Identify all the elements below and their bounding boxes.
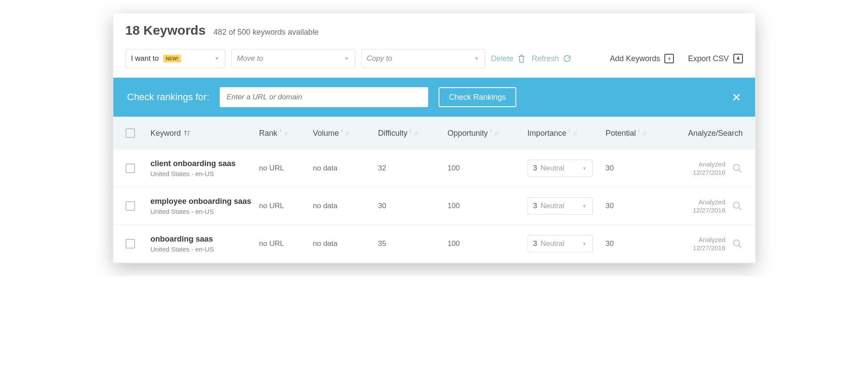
importance-dropdown[interactable]: 3 Neutral ▼ xyxy=(528,197,593,215)
column-importance[interactable]: Importance i ↓↑ xyxy=(528,129,606,138)
chevron-down-icon: ▼ xyxy=(582,166,587,171)
svg-point-1 xyxy=(733,202,739,208)
info-icon: i xyxy=(569,128,570,133)
check-rankings-button[interactable]: Check Rankings xyxy=(439,87,516,107)
analyzed-info: Analyzed 12/27/2016 xyxy=(693,236,725,252)
add-keywords-button[interactable]: Add Keywords + xyxy=(610,54,674,63)
info-icon: i xyxy=(410,128,411,133)
refresh-icon xyxy=(563,54,571,63)
volume-value: no data xyxy=(313,202,378,210)
opportunity-value: 100 xyxy=(448,164,528,173)
column-rank-label: Rank xyxy=(259,129,277,138)
export-csv-button[interactable]: Export CSV xyxy=(688,54,743,63)
close-banner-button[interactable] xyxy=(732,92,741,102)
importance-label: Neutral xyxy=(541,202,564,210)
potential-value: 30 xyxy=(606,202,675,210)
column-opportunity-label: Opportunity xyxy=(448,129,488,138)
keyword-locale: United States - en-US xyxy=(151,245,259,253)
importance-value: 3 xyxy=(533,239,537,248)
trash-icon xyxy=(517,54,526,63)
keywords-panel: 18 Keywords 482 of 500 keywords availabl… xyxy=(113,13,756,263)
table-header: Keyword Rank i ↓↑ Volume i ↓↑ Difficulty… xyxy=(113,117,755,150)
url-domain-input[interactable] xyxy=(220,87,428,107)
analyzed-info: Analyzed 12/27/2016 xyxy=(693,198,725,215)
keyword-name: client onboarding saas xyxy=(151,159,259,168)
info-icon: i xyxy=(639,128,640,133)
volume-value: no data xyxy=(313,239,378,248)
copy-to-label: Copy to xyxy=(367,54,393,63)
keyword-locale: United States - en-US xyxy=(151,170,259,177)
page-title: 18 Keywords xyxy=(125,23,206,38)
keyword-count: 18 xyxy=(125,23,140,37)
column-volume-label: Volume xyxy=(313,129,339,138)
svg-point-2 xyxy=(733,240,739,246)
column-importance-label: Importance xyxy=(528,129,567,138)
analyzed-label: Analyzed xyxy=(693,236,725,244)
chevron-down-icon: ▼ xyxy=(344,56,350,62)
add-keywords-label: Add Keywords xyxy=(610,54,660,63)
column-keyword[interactable]: Keyword xyxy=(151,129,259,138)
search-icon xyxy=(732,238,743,249)
move-to-label: Move to xyxy=(237,54,263,63)
table-body: client onboarding saas United States - e… xyxy=(113,150,755,263)
info-icon: i xyxy=(342,128,343,133)
sort-icon: ↓↑ xyxy=(494,130,498,137)
refresh-button[interactable]: Refresh xyxy=(532,54,571,63)
importance-dropdown[interactable]: 3 Neutral ▼ xyxy=(528,235,593,252)
keyword-name: employee onboarding saas xyxy=(151,197,259,206)
chevron-down-icon: ▼ xyxy=(474,56,479,62)
close-icon xyxy=(732,92,741,102)
row-checkbox[interactable] xyxy=(125,164,135,173)
difficulty-value: 30 xyxy=(378,202,448,210)
difficulty-value: 32 xyxy=(378,164,448,173)
check-rankings-banner: Check rankings for: Check Rankings xyxy=(113,78,755,117)
i-want-to-dropdown[interactable]: I want to NEW! ▼ xyxy=(125,49,225,68)
potential-value: 30 xyxy=(606,239,675,248)
move-to-dropdown[interactable]: Move to ▼ xyxy=(231,49,355,68)
delete-button[interactable]: Delete xyxy=(491,54,526,63)
toolbar: I want to NEW! ▼ Move to ▼ Copy to ▼ Del… xyxy=(113,41,755,78)
search-button[interactable] xyxy=(732,238,743,249)
sort-icon: ↓↑ xyxy=(345,130,349,137)
column-opportunity[interactable]: Opportunity i ↓↑ xyxy=(448,129,528,138)
column-potential-label: Potential xyxy=(606,129,636,138)
column-potential[interactable]: Potential i ↓↑ xyxy=(606,129,675,138)
analyzed-label: Analyzed xyxy=(693,160,725,169)
search-button[interactable] xyxy=(732,163,743,174)
importance-label: Neutral xyxy=(541,164,564,173)
importance-dropdown[interactable]: 3 Neutral ▼ xyxy=(528,160,593,177)
sort-icon: ↓↑ xyxy=(573,130,576,137)
text-sort-icon xyxy=(184,130,191,137)
analyzed-info: Analyzed 12/27/2016 xyxy=(693,160,725,177)
search-button[interactable] xyxy=(732,200,743,212)
column-keyword-label: Keyword xyxy=(151,129,181,138)
analyzed-date: 12/27/2016 xyxy=(693,206,725,215)
importance-label: Neutral xyxy=(541,239,564,248)
plus-box-icon: + xyxy=(664,54,674,63)
select-all-checkbox[interactable] xyxy=(125,128,135,138)
column-rank[interactable]: Rank i ↓↑ xyxy=(259,129,313,138)
copy-to-dropdown[interactable]: Copy to ▼ xyxy=(361,49,485,68)
row-checkbox[interactable] xyxy=(125,201,135,211)
column-difficulty-label: Difficulty xyxy=(378,129,408,138)
export-csv-label: Export CSV xyxy=(688,54,729,63)
column-analyze-label: Analyze/Search xyxy=(688,129,743,138)
keyword-name: onboarding saas xyxy=(151,235,259,244)
download-box-icon xyxy=(733,54,743,63)
analyzed-date: 12/27/2016 xyxy=(693,244,725,252)
check-rankings-label: Check rankings for: xyxy=(127,92,210,103)
search-icon xyxy=(732,163,743,174)
rank-value: no URL xyxy=(259,202,313,210)
delete-label: Delete xyxy=(491,54,514,63)
keyword-locale: United States - en-US xyxy=(151,208,259,215)
table-row: client onboarding saas United States - e… xyxy=(113,150,755,187)
volume-value: no data xyxy=(313,164,378,173)
new-badge: NEW! xyxy=(163,55,181,62)
refresh-label: Refresh xyxy=(532,54,559,63)
column-volume[interactable]: Volume i ↓↑ xyxy=(313,129,378,138)
column-difficulty[interactable]: Difficulty i ↓↑ xyxy=(378,129,448,138)
table-row: employee onboarding saas United States -… xyxy=(113,187,755,225)
page-header: 18 Keywords 482 of 500 keywords availabl… xyxy=(113,13,755,41)
column-analyze: Analyze/Search xyxy=(688,129,743,138)
row-checkbox[interactable] xyxy=(125,239,135,249)
